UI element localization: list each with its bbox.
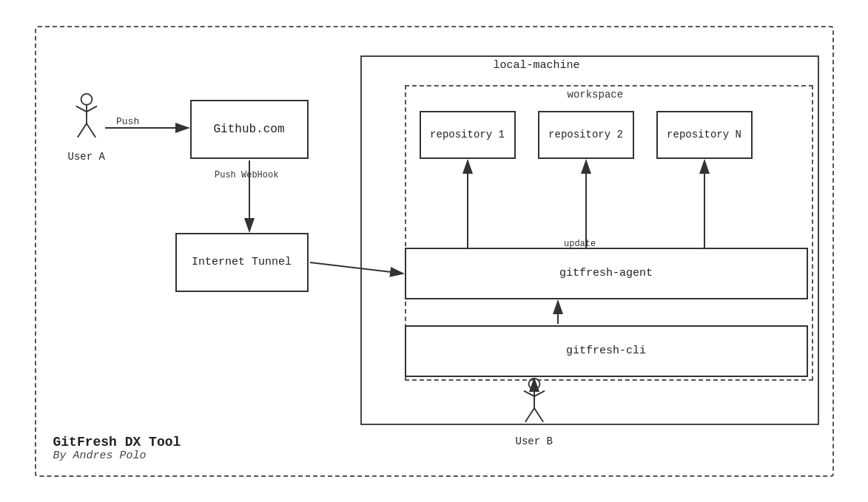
svg-point-6 xyxy=(528,378,539,389)
repo-2-box: repository 2 xyxy=(538,111,634,159)
user-a: User A xyxy=(68,92,105,163)
workspace-label: workspace xyxy=(568,89,624,101)
user-b-figure xyxy=(516,377,553,433)
svg-point-0 xyxy=(81,93,92,104)
svg-line-5 xyxy=(87,123,95,138)
user-b-label: User B xyxy=(516,435,553,447)
svg-line-8 xyxy=(524,390,534,396)
user-a-figure xyxy=(68,92,105,148)
diagram-subtitle: By Andres Polo xyxy=(53,450,181,462)
tunnel-box: Internet Tunnel xyxy=(175,233,309,292)
diagram-title: GitFresh DX Tool xyxy=(53,435,181,450)
svg-line-11 xyxy=(534,408,543,422)
svg-line-3 xyxy=(87,106,97,111)
cli-box: gitfresh-cli xyxy=(405,325,808,377)
diagram-container: GitFresh DX Tool By Andres Polo local-ma… xyxy=(27,18,841,484)
svg-line-2 xyxy=(76,106,87,111)
repo-n-box: repository N xyxy=(656,111,753,159)
svg-line-9 xyxy=(534,390,545,396)
svg-line-10 xyxy=(525,408,534,422)
repo-1-box: repository 1 xyxy=(420,111,516,159)
user-a-label: User A xyxy=(68,151,105,163)
svg-line-4 xyxy=(78,123,87,138)
agent-box: gitfresh-agent xyxy=(405,248,808,299)
local-machine-label: local-machine xyxy=(494,59,580,72)
bottom-label: GitFresh DX Tool By Andres Polo xyxy=(53,435,181,462)
user-b: User B xyxy=(516,377,553,447)
github-box: Github.com xyxy=(190,100,309,159)
